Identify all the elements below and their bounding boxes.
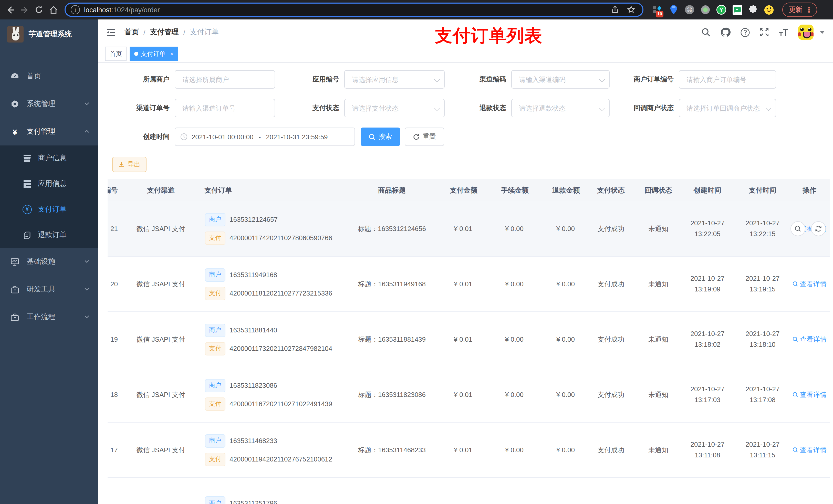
- font-size-icon[interactable]: [779, 27, 789, 38]
- close-tag-icon[interactable]: ×: [170, 51, 173, 57]
- create-time-range-picker[interactable]: 2021-10-01 00:00:00 - 2021-10-31 23:59:5…: [175, 127, 355, 146]
- sidebar-item-refund-order[interactable]: 退款订单: [0, 222, 98, 248]
- merchant-no-tag: 商户: [205, 268, 225, 282]
- pay-status-filter-label: 支付状态: [275, 103, 344, 113]
- svg-text:Y: Y: [719, 7, 723, 13]
- app-logo[interactable]: 芋道管理系统: [0, 20, 98, 49]
- col-created: 创建时间: [679, 179, 736, 201]
- merchant-order-no-filter-label: 商户订单编号: [610, 75, 679, 84]
- puzzle-extension-icon[interactable]: [748, 5, 758, 15]
- tag-home[interactable]: 首页: [105, 47, 126, 61]
- search-icon[interactable]: [701, 27, 711, 38]
- table-row[interactable]: 20 微信 JSAPI 支付 商户1635311949168 支付4200001…: [108, 256, 830, 312]
- col-id: 编号: [108, 179, 122, 201]
- sidebar-item-system[interactable]: 系统管理: [0, 90, 98, 118]
- table-row[interactable]: 17 微信 JSAPI 支付 商户1635311468233 支付4200001…: [108, 422, 830, 478]
- view-detail-link[interactable]: 查看详情: [792, 390, 827, 399]
- col-actions: 操作: [789, 179, 830, 201]
- sidebar-item-pay-order[interactable]: ¥ 支付订单: [0, 197, 98, 222]
- fullscreen-icon[interactable]: [759, 27, 769, 38]
- breadcrumb-payment[interactable]: 支付管理: [150, 28, 179, 37]
- search-button[interactable]: 搜索: [361, 127, 400, 146]
- record-extension-icon[interactable]: [700, 5, 711, 15]
- page-content: 所属商户 应用编号 渠道编码 商户订单编号: [98, 63, 833, 504]
- tag-pay-order[interactable]: 支付订单 ×: [129, 47, 178, 61]
- sidebar-item-dev-tools[interactable]: 研发工具: [0, 275, 98, 303]
- sketch-extension-icon[interactable]: 10: [653, 5, 663, 15]
- browser-toolbar: i localhost:1024/pay/order 10 ⌘ Y 更新 ⋮: [0, 0, 833, 20]
- site-info-icon[interactable]: i: [71, 5, 80, 14]
- bookmark-star-icon[interactable]: [625, 4, 637, 16]
- app-filter-label: 应用编号: [275, 75, 344, 84]
- sidebar-item-label: 商户信息: [38, 154, 67, 163]
- sidebar-item-workflow[interactable]: 工作流程: [0, 303, 98, 331]
- back-icon[interactable]: [4, 4, 16, 16]
- view-detail-link[interactable]: 查看详情: [792, 335, 827, 344]
- callback-status-filter-select[interactable]: [679, 99, 776, 117]
- app-filter-select[interactable]: [344, 70, 445, 89]
- document-icon: [23, 231, 32, 239]
- sidebar-item-app-info[interactable]: 应用信息: [0, 171, 98, 197]
- pay-no-tag: 支付: [205, 453, 225, 466]
- sidebar-item-home[interactable]: 首页: [0, 63, 98, 90]
- sidebar-item-infra[interactable]: 基础设施: [0, 248, 98, 275]
- emoji-extension-icon[interactable]: [764, 5, 774, 15]
- table-row[interactable]: 18 微信 JSAPI 支付 商户1635311823086 支付4200001…: [108, 367, 830, 422]
- y-extension-icon[interactable]: Y: [716, 5, 727, 15]
- toolbox-icon: [10, 313, 20, 321]
- share-icon[interactable]: [609, 4, 621, 16]
- monitor-chart-icon: [10, 258, 20, 266]
- address-bar[interactable]: i localhost:1024/pay/order: [65, 3, 643, 17]
- status-badge: 支付成功: [584, 312, 638, 367]
- pay-no-tag: 支付: [205, 231, 225, 245]
- reset-button[interactable]: 重置: [405, 127, 444, 146]
- export-button[interactable]: 导出: [112, 157, 146, 172]
- sidebar-item-payment[interactable]: ¥ 支付管理: [0, 118, 98, 145]
- pay-no-tag: 支付: [205, 342, 225, 355]
- forward-icon[interactable]: [19, 4, 31, 16]
- browser-menu-icon[interactable]: ⋮: [805, 6, 812, 14]
- browser-update-button[interactable]: 更新 ⋮: [782, 3, 817, 17]
- github-icon[interactable]: [720, 27, 731, 38]
- channel-code-filter-label: 渠道编码: [445, 75, 511, 84]
- command-extension-icon[interactable]: ⌘: [685, 5, 695, 15]
- table-row-partial[interactable]: 商户1635311251796: [108, 478, 830, 504]
- col-title: 商品标题: [343, 179, 441, 201]
- pay-no-tag: 支付: [205, 287, 225, 300]
- col-amount: 支付金额: [441, 179, 481, 201]
- help-icon[interactable]: [740, 27, 750, 38]
- user-avatar[interactable]: [798, 25, 813, 40]
- range-end: 2021-10-31 23:59:59: [266, 133, 328, 141]
- chat-extension-icon[interactable]: [732, 5, 742, 15]
- sidebar-item-label: 应用信息: [38, 179, 67, 189]
- show-search-toggle-button[interactable]: [790, 221, 805, 236]
- active-dot: [134, 52, 138, 56]
- pay-no-tag: 支付: [205, 397, 225, 410]
- sidebar-item-merchant-info[interactable]: 商户信息: [0, 145, 98, 171]
- reload-icon[interactable]: [33, 4, 45, 16]
- breadcrumb-home[interactable]: 首页: [124, 28, 139, 37]
- chevron-down-icon: [84, 100, 90, 108]
- table-row[interactable]: 19 微信 JSAPI 支付 商户1635311881440 支付4200001…: [108, 312, 830, 367]
- merchant-filter-input[interactable]: [175, 70, 275, 89]
- merchant-no-tag: 商户: [205, 496, 225, 504]
- dashboard-icon: [10, 72, 20, 80]
- home-icon[interactable]: [47, 4, 60, 16]
- view-detail-link[interactable]: 查看详情: [792, 280, 827, 289]
- gear-icon: [10, 100, 20, 108]
- collapse-sidebar-icon[interactable]: [106, 27, 116, 38]
- merchant-order-no-filter-input[interactable]: [679, 70, 776, 89]
- refund-status-filter-select[interactable]: [511, 99, 610, 117]
- channel-order-no-filter-input[interactable]: [175, 99, 275, 117]
- avatar-caret-icon[interactable]: [820, 31, 825, 34]
- view-detail-link[interactable]: 查看详情: [792, 446, 827, 455]
- pay-status-filter-select[interactable]: [344, 99, 445, 117]
- sidebar-item-label: 研发工具: [27, 285, 55, 294]
- refresh-table-button[interactable]: [811, 221, 826, 236]
- sidebar-item-label: 基础设施: [27, 257, 55, 266]
- url-text[interactable]: localhost:1024/pay/order: [84, 6, 604, 14]
- channel-code-filter-select[interactable]: [511, 70, 610, 89]
- payment-submenu: 商户信息 应用信息 ¥ 支付订单 退款订单: [0, 145, 98, 248]
- balloon-extension-icon[interactable]: [669, 5, 679, 15]
- table-row[interactable]: 21 微信 JSAPI 支付 商户1635312124657 支付4200001…: [108, 201, 830, 256]
